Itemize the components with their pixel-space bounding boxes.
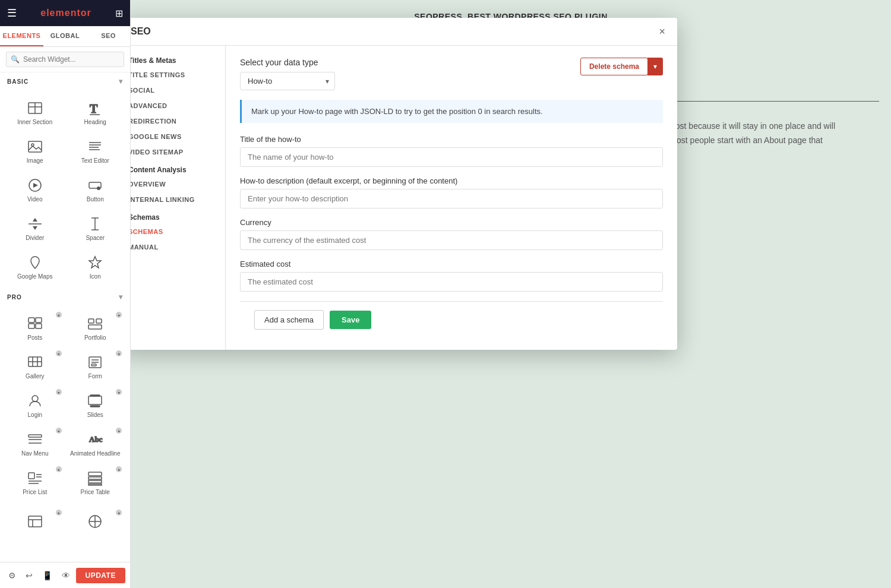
hamburger-icon[interactable]: ☰ xyxy=(7,7,17,20)
widget-slides[interactable]: ● Slides xyxy=(65,385,126,424)
svg-rect-24 xyxy=(36,318,42,323)
delete-schema-chevron-button[interactable]: ▾ xyxy=(647,58,663,75)
add-schema-button[interactable]: Add a schema xyxy=(254,310,324,330)
field-label-currency: Currency xyxy=(240,218,663,227)
nav-item-internal-linking[interactable]: INTERNAL LINKING xyxy=(131,192,225,207)
field-input-estimated-cost[interactable] xyxy=(240,272,663,292)
svg-rect-52 xyxy=(89,477,102,479)
nav-item-manual[interactable]: MANUAL xyxy=(131,239,225,255)
nav-item-video-sitemap[interactable]: VIDEO SITEMAP xyxy=(131,144,225,160)
field-input-title[interactable] xyxy=(240,147,663,167)
settings-footer-icon[interactable]: ⚙ xyxy=(5,567,20,584)
widget-button[interactable]: Button xyxy=(65,170,126,208)
nav-item-title-settings[interactable]: TITLE SETTINGS xyxy=(131,67,225,83)
modal-content-area: Select your data type How-to FAQ Article… xyxy=(226,46,677,350)
svg-text:T: T xyxy=(90,102,98,115)
login-icon xyxy=(23,391,47,410)
widget-form[interactable]: ● Form xyxy=(65,347,126,385)
nav-item-schemas-active[interactable]: Schemas xyxy=(131,224,225,239)
widget-inner-section-label: Inner Section xyxy=(17,119,52,125)
delete-schema-group: Delete schema ▾ xyxy=(580,58,663,75)
history-footer-icon[interactable]: ↩ xyxy=(22,567,36,584)
pro-badge-form: ● xyxy=(116,350,122,356)
widget-heading[interactable]: T Heading xyxy=(65,93,126,131)
svg-marker-12 xyxy=(33,183,38,188)
basic-section-header[interactable]: BASIC ▾ xyxy=(0,72,130,90)
widget-extra-2[interactable]: ● xyxy=(65,506,126,538)
widget-price-table[interactable]: ● Price Table xyxy=(65,463,126,501)
tab-global[interactable]: GLOBAL xyxy=(43,26,87,46)
nav-item-advanced[interactable]: ADVANCED xyxy=(131,98,225,113)
price-table-icon xyxy=(83,469,107,488)
pro-badge-price-table: ● xyxy=(116,466,122,472)
svg-text:Abc: Abc xyxy=(89,435,103,444)
delete-schema-button[interactable]: Delete schema xyxy=(580,58,648,75)
modal-nav: Titles & Metas TITLE SETTINGS SOCIAL ADV… xyxy=(131,46,226,350)
pro-badge-extra2: ● xyxy=(116,510,122,516)
pro-section-header[interactable]: PRO ▾ xyxy=(0,288,130,306)
schema-type-select[interactable]: How-to FAQ Article Product Recipe Event xyxy=(240,72,335,90)
modal-close-button[interactable]: × xyxy=(659,26,665,37)
widget-divider[interactable]: Divider xyxy=(5,208,65,247)
svg-rect-46 xyxy=(29,473,34,479)
pro-widgets-grid: ● Posts ● Portfolio ● Gallery xyxy=(0,306,130,504)
widget-inner-section[interactable]: Inner Section xyxy=(5,93,65,131)
pro-badge-slides: ● xyxy=(116,389,122,395)
modal-body: Titles & Metas TITLE SETTINGS SOCIAL ADV… xyxy=(131,46,677,350)
widget-slides-label: Slides xyxy=(87,412,103,418)
widget-text-editor[interactable]: Text Editor xyxy=(65,131,126,170)
sidebar-tabs: ELEMENTS GLOBAL SEO xyxy=(0,26,130,47)
sidebar-footer: ⚙ ↩ 📱 👁 UPDATE xyxy=(0,562,130,588)
schema-select-container: How-to FAQ Article Product Recipe Event … xyxy=(240,72,335,90)
widget-price-list[interactable]: ● Price List xyxy=(5,463,65,501)
svg-rect-27 xyxy=(89,319,94,323)
field-currency: Currency xyxy=(240,218,663,250)
widget-animated-headline[interactable]: ● Abc Animated Headline xyxy=(65,424,126,463)
field-input-description[interactable] xyxy=(240,189,663,208)
nav-menu-icon xyxy=(23,430,47,449)
widget-extra-1[interactable]: ● xyxy=(5,506,65,538)
svg-rect-5 xyxy=(29,141,42,152)
widget-gallery[interactable]: ● Gallery xyxy=(5,347,65,385)
save-button[interactable]: Save xyxy=(330,311,371,329)
widget-gallery-label: Gallery xyxy=(26,373,45,380)
widget-posts[interactable]: ● Posts xyxy=(5,308,65,347)
basic-chevron-icon: ▾ xyxy=(119,77,123,86)
widget-portfolio-label: Portfolio xyxy=(84,334,106,341)
pro-badge-login: ● xyxy=(56,389,62,395)
widget-nav-menu[interactable]: ● Nav Menu xyxy=(5,424,65,463)
widget-icon[interactable]: Icon xyxy=(65,247,126,286)
nav-item-overview[interactable]: OVERVIEW xyxy=(131,176,225,192)
widget-spacer[interactable]: Spacer xyxy=(65,208,126,247)
svg-point-14 xyxy=(97,186,100,190)
widget-login[interactable]: ● Login xyxy=(5,385,65,424)
field-label-description: How-to description (default excerpt, or … xyxy=(240,176,663,185)
nav-item-redirection[interactable]: REDIRECTION xyxy=(131,113,225,129)
widget-form-label: Form xyxy=(89,373,102,380)
nav-item-social[interactable]: SOCIAL xyxy=(131,83,225,98)
widget-portfolio[interactable]: ● Portfolio xyxy=(65,308,126,347)
widget-video[interactable]: Video xyxy=(5,170,65,208)
preview-footer-icon[interactable]: 👁 xyxy=(58,567,74,584)
seo-modal: SEO × Titles & Metas TITLE SETTINGS SOCI… xyxy=(131,18,677,350)
pro-badge-price-list: ● xyxy=(56,466,62,472)
svg-rect-25 xyxy=(29,324,34,328)
nav-item-google-news[interactable]: GOOGLE NEWS xyxy=(131,129,225,144)
tab-elements[interactable]: ELEMENTS xyxy=(0,26,43,46)
svg-point-38 xyxy=(32,396,38,402)
search-icon: 🔍 xyxy=(11,55,20,64)
search-input[interactable] xyxy=(6,52,124,67)
widget-image[interactable]: Image xyxy=(5,131,65,170)
update-button[interactable]: UPDATE xyxy=(76,568,125,583)
widget-button-label: Button xyxy=(87,196,104,203)
nav-group-content-analysis: Content Analysis xyxy=(131,160,225,176)
tab-seo[interactable]: SEO xyxy=(87,26,130,46)
basic-section-label: BASIC xyxy=(7,78,29,85)
responsive-footer-icon[interactable]: 📱 xyxy=(39,567,56,584)
field-input-currency[interactable] xyxy=(240,230,663,250)
widget-google-maps[interactable]: Google Maps xyxy=(5,247,65,286)
main-content: SEOPRESS, BEST WORDPRESS SEO PLUGIN Just… xyxy=(131,0,891,588)
inner-section-icon xyxy=(23,99,47,118)
grid-icon[interactable]: ⊞ xyxy=(115,8,123,19)
sidebar: ☰ elementor ⊞ ELEMENTS GLOBAL SEO 🔍 BASI… xyxy=(0,0,131,588)
